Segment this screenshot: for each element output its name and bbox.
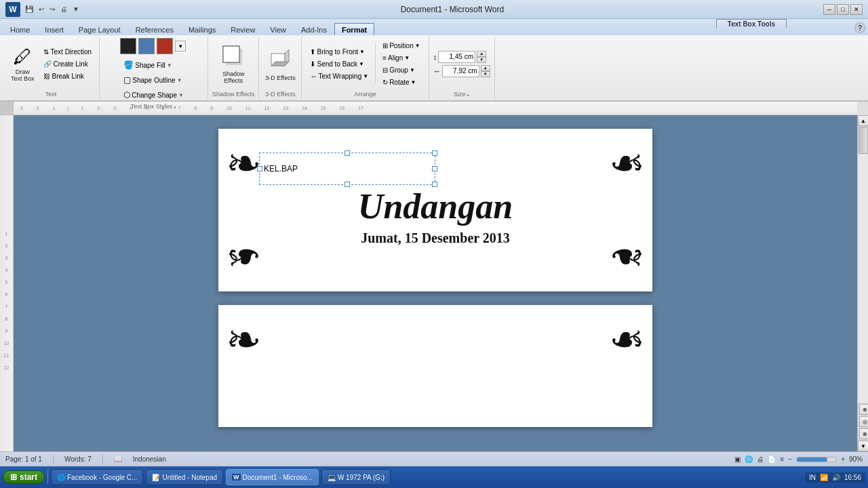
shape-outline-arrow: ▼ [177, 77, 182, 83]
taskbar-facebook[interactable]: 🌐 Facebook - Google C... [51, 469, 143, 485]
handle-bottom-center[interactable] [344, 182, 350, 187]
svg-text:❧: ❧ [226, 237, 262, 281]
tab-home[interactable]: Home [3, 23, 37, 36]
maximize-button[interactable]: □ [837, 4, 849, 15]
swatch-black[interactable] [120, 38, 136, 54]
width-down-button[interactable]: ▼ [481, 71, 490, 77]
taskbar-word-icon: W [232, 474, 241, 481]
shadow-effects-button[interactable]: Shadow Effects [213, 43, 254, 84]
handle-top-center[interactable] [344, 150, 350, 156]
height-up-button[interactable]: ▲ [477, 51, 486, 57]
ribbon: 🖊 DrawText Box ⇅ Text Direction 🔗 Create… [0, 35, 868, 102]
title-bar: W 💾 ↩ ↪ 🖨 ▼ Document1 - Microsoft Word ─… [0, 0, 868, 19]
tab-references[interactable]: References [128, 23, 181, 36]
scroll-page-down-button[interactable]: ⊗ [859, 428, 868, 439]
scroll-down-button[interactable]: ▼ [858, 441, 868, 451]
scroll-page-up-button[interactable]: ⊕ [859, 404, 868, 415]
draw-text-box-button[interactable]: 🖊 DrawText Box [7, 43, 39, 85]
more-colors-btn[interactable]: ▼ [175, 41, 186, 52]
text-group-label: Text [7, 91, 95, 98]
tab-format[interactable]: Format [334, 23, 374, 36]
group-button[interactable]: ⊟ Group ▼ [378, 64, 425, 76]
text-options-col: ⇅ Text Direction 🔗 Create Link ⛓ Break L… [40, 46, 96, 82]
taskbar-word[interactable]: W Document1 - Microso... [226, 469, 319, 485]
redo-quick-btn[interactable]: ↪ [47, 5, 57, 14]
tab-mailings[interactable]: Mailings [181, 23, 223, 36]
selected-text-box[interactable]: KEL.BAP [259, 152, 435, 185]
document-canvas[interactable]: ❧ ❧ ❧ ❧ [14, 115, 857, 451]
view-print-icon[interactable]: 🖨 [757, 455, 764, 463]
scroll-up-button[interactable]: ▲ [858, 115, 868, 126]
position-button[interactable]: ⊞ Position ▼ [378, 40, 425, 52]
change-shape-button[interactable]: ⬡ Change Shape ▼ [120, 88, 187, 102]
language-status[interactable]: Indonesian [133, 455, 166, 463]
document-page-1: ❧ ❧ ❧ ❧ [218, 129, 652, 291]
handle-right-center[interactable] [432, 166, 437, 171]
create-link-button[interactable]: 🔗 Create Link [40, 58, 96, 70]
network-icon: 📶 [820, 474, 828, 481]
textbox-styles-expand-icon[interactable]: ⬧ [174, 104, 176, 109]
undo-quick-btn[interactable]: ↩ [37, 5, 46, 14]
document-area: 1 2 3 4 5 6 7 8 9 10 11 12 [0, 115, 868, 451]
save-quick-btn[interactable]: 💾 [23, 5, 35, 14]
handle-top-right[interactable] [432, 150, 437, 156]
width-input[interactable] [442, 65, 479, 77]
height-spinner: ▲ ▼ [477, 51, 486, 63]
tab-review[interactable]: Review [223, 23, 262, 36]
swatch-red[interactable] [157, 38, 173, 54]
width-spinner: ▲ ▼ [481, 65, 490, 77]
scroll-thumb[interactable] [859, 127, 868, 154]
rotate-button[interactable]: ↻ Rotate ▼ [378, 77, 425, 88]
tab-view[interactable]: View [262, 23, 294, 36]
vertical-scrollbar[interactable]: ▲ ⊕ ◎ ⊗ ▼ [857, 115, 868, 451]
zoom-slider[interactable] [796, 457, 837, 462]
shape-fill-button[interactable]: 🪣 Shape Fill ▼ [120, 58, 175, 72]
align-arrow: ▼ [404, 55, 410, 61]
quick-access-toolbar: 💾 ↩ ↪ 🖨 ▼ [23, 5, 81, 14]
taskbar-sep [47, 470, 48, 484]
view-web-icon[interactable]: 🌐 [745, 455, 753, 463]
close-button[interactable]: ✕ [850, 4, 863, 15]
ribbon-group-size: ↕ ▲ ▼ ↔ ▲ ▼ [429, 37, 495, 99]
taskbar-notepad[interactable]: 📝 Untitled - Notepad [146, 469, 223, 485]
invitation-title: Undangan [358, 186, 513, 226]
swatch-blue[interactable] [138, 38, 155, 54]
start-orb-icon: ⊞ [10, 472, 17, 482]
bring-to-front-button[interactable]: ⬆ Bring to Front ▼ [306, 46, 372, 58]
view-normal-icon[interactable]: ▣ [734, 455, 741, 463]
taskbar-drive[interactable]: 💻 W 1972 PA (G:) [321, 469, 391, 485]
start-button[interactable]: ⊞ start [3, 470, 45, 484]
text-direction-button[interactable]: ⇅ Text Direction [40, 46, 96, 58]
zoom-in-button[interactable]: + [841, 455, 845, 463]
view-reading-icon[interactable]: 📄 [768, 455, 776, 463]
minimize-button[interactable]: ─ [823, 4, 835, 15]
size-expand-icon[interactable]: ⬧ [467, 92, 469, 97]
3d-effects-label: 3-D Effects [265, 75, 295, 81]
send-to-back-button[interactable]: ⬇ Send to Back ▼ [306, 58, 372, 70]
print-quick-btn[interactable]: 🖨 [58, 5, 69, 14]
taskbar-facebook-icon: 🌐 [57, 474, 65, 481]
help-button[interactable]: ? [854, 22, 865, 33]
zoom-slider-fill [797, 458, 827, 462]
tab-add-ins[interactable]: Add-Ins [294, 23, 334, 36]
zoom-out-button[interactable]: − [788, 455, 792, 463]
scroll-select-button[interactable]: ◎ [859, 416, 868, 427]
tab-page-layout[interactable]: Page Layout [71, 23, 128, 36]
tab-insert[interactable]: Insert [37, 23, 71, 36]
text-wrapping-button[interactable]: ↔ Text Wrapping ▼ [306, 70, 372, 82]
height-input[interactable] [438, 51, 475, 63]
text-group-content: 🖊 DrawText Box ⇅ Text Direction 🔗 Create… [7, 38, 95, 89]
bring-to-front-arrow: ▼ [359, 49, 365, 55]
customize-quick-btn[interactable]: ▼ [71, 5, 81, 14]
arrange-sep [375, 43, 376, 85]
shape-outline-button[interactable]: ▢ Shape Outline ▼ [120, 73, 185, 87]
height-down-button[interactable]: ▼ [477, 57, 486, 63]
width-up-button[interactable]: ▲ [481, 65, 490, 71]
3d-effects-button[interactable]: 3-D Effects [263, 43, 297, 84]
break-link-button[interactable]: ⛓ Break Link [40, 70, 96, 82]
align-button[interactable]: ≡ Align ▼ [378, 52, 425, 64]
taskbar-drive-icon: 💻 [328, 474, 336, 481]
handle-left-center[interactable] [257, 166, 262, 171]
view-outline-icon[interactable]: ≡ [780, 455, 784, 463]
text-box-text: KEL.BAP [264, 164, 298, 174]
